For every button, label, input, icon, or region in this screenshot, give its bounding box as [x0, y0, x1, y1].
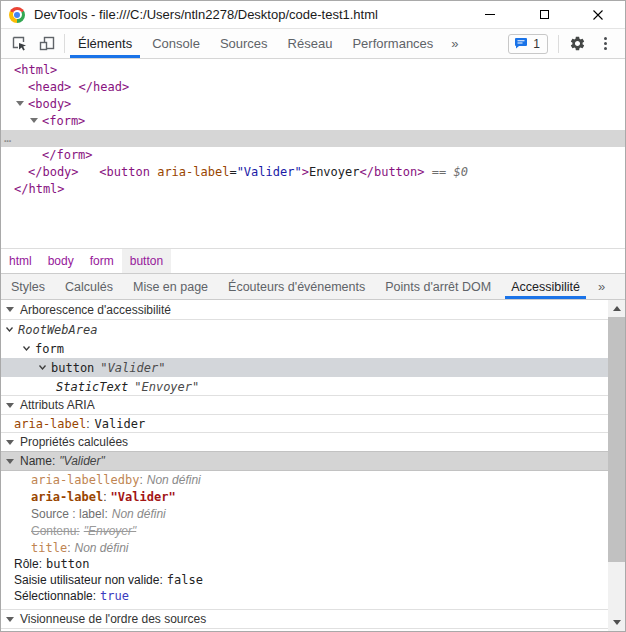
- section-accessibility-tree[interactable]: Arborescence d'accessibilité: [1, 300, 608, 320]
- chevron-down-icon[interactable]: [4, 324, 15, 335]
- dom-node-form-open[interactable]: <form>: [1, 113, 625, 130]
- property-focusable: Sélectionnable: true: [1, 588, 608, 604]
- breadcrumb-html[interactable]: html: [1, 249, 40, 273]
- badge-count: 1: [533, 37, 540, 51]
- titlebar: DevTools - file:///C:/Users/ntln2278/Des…: [1, 1, 625, 29]
- scrollbar-thumb[interactable]: [608, 317, 625, 562]
- breadcrumb: html body form button: [1, 248, 625, 273]
- tab-console[interactable]: Console: [142, 29, 210, 58]
- dom-node-html-close[interactable]: </html>: [1, 181, 625, 198]
- scrollbar-up-button[interactable]: [608, 300, 625, 317]
- breadcrumb-form[interactable]: form: [82, 249, 122, 273]
- elements-panel: <html> <head> </head> <body> <form> … <b…: [1, 59, 625, 248]
- devtools-window: DevTools - file:///C:/Users/ntln2278/Des…: [0, 0, 626, 632]
- console-messages-badge[interactable]: 1: [508, 34, 548, 54]
- a11y-node-form[interactable]: form: [1, 339, 608, 358]
- selected-element-row[interactable]: … <button aria-label="Valider">Envoyer</…: [1, 130, 625, 147]
- toggle-device-toolbar-button[interactable]: [33, 29, 61, 58]
- breadcrumb-button[interactable]: button: [122, 249, 171, 273]
- property-invalid-user-entry: Saisie utilisateur non valide: false: [1, 572, 608, 588]
- window-controls: [463, 1, 625, 28]
- dom-node-html-open[interactable]: <html>: [1, 62, 625, 79]
- section-collapse-icon: [6, 307, 14, 312]
- device-toolbar-icon: [39, 35, 56, 52]
- name-source-label: Source : label: Non défini: [1, 505, 608, 522]
- maximize-icon: [540, 10, 549, 19]
- chrome-logo-icon: [9, 7, 25, 23]
- name-source-aria-label: aria-label: "Valider": [1, 488, 608, 505]
- maximize-button[interactable]: [517, 1, 571, 28]
- tab-computed[interactable]: Calculés: [55, 274, 123, 299]
- more-tabs-button[interactable]: »: [443, 29, 466, 58]
- toolbar-right: 1: [508, 29, 625, 58]
- expand-arrow-icon[interactable]: [30, 118, 38, 123]
- breadcrumb-body[interactable]: body: [40, 249, 82, 273]
- toolbar-divider-2: [558, 35, 559, 53]
- main-toolbar: Éléments Console Sources Réseau Performa…: [1, 29, 625, 59]
- vertical-scrollbar[interactable]: [608, 300, 625, 631]
- gear-icon: [569, 35, 586, 52]
- tab-network[interactable]: Réseau: [278, 29, 343, 58]
- minimize-button[interactable]: [463, 1, 517, 28]
- chevron-down-icon[interactable]: [21, 343, 32, 354]
- sidebar-tabbar: Styles Calculés Mise en page Écouteurs d…: [1, 273, 625, 300]
- property-role: Rôle: button: [1, 556, 608, 572]
- name-source-title: title: Non défini: [1, 539, 608, 556]
- accessibility-content: Arborescence d'accessibilité RootWebArea…: [1, 300, 608, 631]
- section-name-property[interactable]: Name: "Valider": [1, 451, 608, 471]
- scrollbar-down-button[interactable]: [608, 614, 625, 631]
- window-title: DevTools - file:///C:/Users/ntln2278/Des…: [34, 7, 378, 22]
- overflow-dots-icon[interactable]: …: [4, 130, 11, 147]
- tab-event-listeners[interactable]: Écouteurs d'événements: [218, 274, 375, 299]
- chevron-down-icon[interactable]: [37, 362, 48, 373]
- message-bubble-icon: [514, 37, 528, 50]
- inspect-cursor-icon: [11, 35, 28, 52]
- minimize-icon: [485, 14, 495, 15]
- name-source-contents: Contenu: "Envoyer": [1, 522, 608, 539]
- tab-performance[interactable]: Performances: [342, 29, 443, 58]
- toolbar-divider: [64, 34, 65, 53]
- vertical-dots-icon: [604, 37, 607, 50]
- a11y-node-statictext[interactable]: StaticText "Envoyer": [1, 377, 608, 396]
- section-source-order-viewer[interactable]: Visionneuse de l'ordre des sources: [1, 609, 608, 629]
- tab-sources[interactable]: Sources: [210, 29, 278, 58]
- scroll-down-icon: [613, 620, 621, 625]
- a11y-node-button-selected[interactable]: button "Valider": [1, 358, 608, 377]
- tab-dom-breakpoints[interactable]: Points d'arrêt DOM: [375, 274, 501, 299]
- section-computed-properties[interactable]: Propriétés calculées: [1, 432, 608, 452]
- dom-node-head[interactable]: <head> </head>: [1, 79, 625, 96]
- expand-arrow-icon[interactable]: [16, 101, 24, 106]
- tab-elements[interactable]: Éléments: [68, 29, 142, 58]
- settings-button[interactable]: [563, 35, 591, 52]
- section-collapse-icon: [6, 440, 14, 445]
- close-button[interactable]: [571, 1, 625, 28]
- inspect-element-button[interactable]: [5, 29, 33, 58]
- aria-attribute-row: aria-label: Valider: [1, 415, 608, 433]
- dom-node-body-open[interactable]: <body>: [1, 96, 625, 113]
- accessibility-pane: Arborescence d'accessibilité RootWebArea…: [1, 300, 625, 631]
- tab-styles[interactable]: Styles: [1, 274, 55, 299]
- section-aria-attributes[interactable]: Attributs ARIA: [1, 395, 608, 415]
- tab-layout[interactable]: Mise en page: [123, 274, 218, 299]
- a11y-node-rootwebarea[interactable]: RootWebArea: [1, 320, 608, 339]
- scroll-up-icon: [613, 306, 621, 311]
- section-collapse-icon: [6, 403, 14, 408]
- tab-accessibility[interactable]: Accessibilité: [501, 274, 590, 299]
- section-collapse-icon: [6, 617, 14, 622]
- more-sidebar-tabs-button[interactable]: »: [590, 274, 613, 299]
- overflow-menu-button[interactable]: [591, 37, 619, 50]
- name-source-aria-labelledby: aria-labelledby: Non défini: [1, 471, 608, 488]
- section-collapse-icon: [6, 459, 14, 464]
- close-icon: [592, 9, 604, 21]
